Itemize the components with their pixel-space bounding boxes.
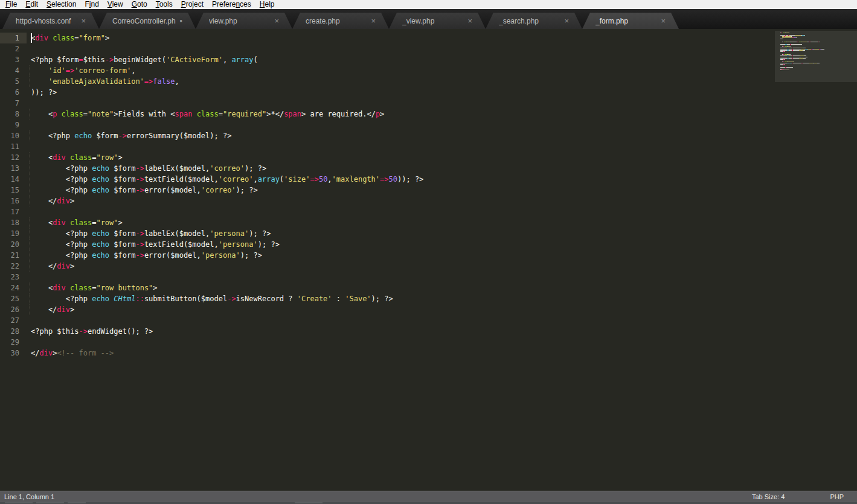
line-content: <?php echo $form->labelEx($model,'correo…	[27, 163, 857, 174]
line-number: 11	[0, 141, 27, 152]
tab-title: create.php	[306, 17, 367, 25]
code-line[interactable]: 17	[0, 206, 857, 217]
code-line[interactable]: 2	[0, 43, 857, 54]
menu-bar: FileEditSelectionFindViewGotoToolsProjec…	[0, 0, 857, 9]
menu-item-edit[interactable]: Edit	[21, 0, 42, 9]
tab-view.php[interactable]: view.php×	[196, 13, 292, 29]
tab-close-icon[interactable]: ×	[661, 17, 666, 25]
line-content: </div><!-- form -->	[27, 348, 857, 359]
line-content: </div>	[27, 196, 857, 206]
line-content: <?php echo $form->error($model,'persona'…	[27, 250, 857, 261]
code-line[interactable]: 22 </div>	[0, 261, 857, 272]
code-editor[interactable]: 1<div class="form">23<?php $form=$this->…	[0, 29, 857, 491]
line-number: 19	[0, 228, 27, 239]
line-content	[27, 206, 857, 217]
code-line[interactable]: 14 <?php echo $form->textField($model,'c…	[0, 174, 857, 185]
line-number: 14	[0, 174, 27, 185]
code-line[interactable]: 1<div class="form">	[0, 33, 857, 43]
code-line[interactable]: 8 <p class="note">Fields with <span clas…	[0, 109, 857, 120]
code-line[interactable]: 9	[0, 120, 857, 130]
code-line[interactable]: 30</div><!-- form -->	[0, 348, 857, 359]
menu-item-tools[interactable]: Tools	[152, 0, 177, 9]
line-content: <?php $form=$this->beginWidget('CActiveF…	[27, 54, 857, 65]
line-content: <?php echo $form->error($model,'correo')…	[27, 185, 857, 196]
minimap[interactable]	[775, 29, 857, 491]
menu-item-preferences[interactable]: Preferences	[208, 0, 255, 9]
code-line[interactable]: 25 <?php echo CHtml::submitButton($model…	[0, 293, 857, 304]
line-content	[27, 43, 857, 54]
tab-close-icon[interactable]: ×	[467, 17, 472, 25]
menu-item-project[interactable]: Project	[177, 0, 208, 9]
tab-httpd-vhosts.conf[interactable]: httpd-vhosts.conf×	[2, 13, 99, 29]
code-line[interactable]: 29	[0, 337, 857, 348]
line-number: 25	[0, 293, 27, 304]
code-line[interactable]: 18 <div class="row">	[0, 217, 857, 228]
code-line[interactable]: 4 'id'=>'correo-form',	[0, 65, 857, 76]
tab-title: _search.php	[499, 17, 560, 25]
code-line[interactable]: 7	[0, 98, 857, 109]
code-lines: 1<div class="form">23<?php $form=$this->…	[0, 33, 857, 359]
code-line[interactable]: 16 </div>	[0, 196, 857, 206]
taskbar-strip	[0, 502, 857, 504]
status-syntax[interactable]: PHP	[830, 493, 844, 500]
tab-bar: httpd-vhosts.conf×CorreoController.php●v…	[0, 9, 857, 29]
line-number: 22	[0, 261, 27, 272]
code-line[interactable]: 11	[0, 141, 857, 152]
code-line[interactable]: 15 <?php echo $form->error($model,'corre…	[0, 185, 857, 196]
code-line[interactable]: 24 <div class="row buttons">	[0, 282, 857, 293]
line-number: 8	[0, 109, 27, 120]
text-cursor	[31, 33, 32, 43]
line-content	[27, 120, 857, 130]
code-line[interactable]: 20 <?php echo $form->textField($model,'p…	[0, 239, 857, 250]
line-content: <div class="form">	[27, 33, 857, 43]
tab-_form.php[interactable]: _form.php×	[582, 13, 679, 29]
code-line[interactable]: 10 <?php echo $form->errorSummary($model…	[0, 130, 857, 141]
code-line[interactable]: 21 <?php echo $form->error($model,'perso…	[0, 250, 857, 261]
line-content	[27, 272, 857, 282]
tab-close-icon[interactable]: ×	[564, 17, 569, 25]
tab-title: view.php	[209, 17, 271, 25]
line-number: 5	[0, 76, 27, 87]
menu-item-view[interactable]: View	[103, 0, 127, 9]
menu-item-goto[interactable]: Goto	[127, 0, 152, 9]
tab-_view.php[interactable]: _view.php×	[389, 13, 486, 29]
line-number: 27	[0, 315, 27, 326]
code-line[interactable]: 27	[0, 315, 857, 326]
line-number: 21	[0, 250, 27, 261]
taskbar-segment	[5, 502, 33, 503]
line-content	[27, 98, 857, 109]
tab-create.php[interactable]: create.php×	[292, 13, 389, 29]
status-tab-size[interactable]: Tab Size: 4	[752, 493, 785, 500]
tab-close-icon[interactable]: ×	[81, 17, 86, 25]
line-number: 30	[0, 348, 27, 359]
code-line[interactable]: 26 </div>	[0, 304, 857, 315]
code-line[interactable]: 19 <?php echo $form->labelEx($model,'per…	[0, 228, 857, 239]
menu-item-file[interactable]: File	[1, 0, 21, 9]
tab-title: _form.php	[595, 17, 657, 25]
code-line[interactable]: 13 <?php echo $form->labelEx($model,'cor…	[0, 163, 857, 174]
menu-item-find[interactable]: Find	[80, 0, 103, 9]
code-line[interactable]: 3<?php $form=$this->beginWidget('CActive…	[0, 54, 857, 65]
line-number: 15	[0, 185, 27, 196]
menu-item-help[interactable]: Help	[255, 0, 279, 9]
line-number: 18	[0, 217, 27, 228]
line-content	[27, 141, 857, 152]
code-line[interactable]: 28<?php $this->endWidget(); ?>	[0, 326, 857, 337]
modified-dot-icon: ●	[179, 18, 182, 24]
line-content: </div>	[27, 261, 857, 272]
line-number: 23	[0, 272, 27, 282]
code-line[interactable]: 23	[0, 272, 857, 282]
tab-close-icon[interactable]: ×	[371, 17, 376, 25]
line-number: 4	[0, 65, 27, 76]
code-line[interactable]: 6)); ?>	[0, 87, 857, 98]
tab-title: CorreoController.php	[112, 17, 176, 25]
code-line[interactable]: 12 <div class="row">	[0, 152, 857, 163]
tab-close-icon[interactable]: ×	[274, 17, 279, 25]
tab-CorreoController.php[interactable]: CorreoController.php●	[99, 13, 196, 29]
menu-item-selection[interactable]: Selection	[42, 0, 80, 9]
line-number: 29	[0, 337, 27, 348]
line-content: )); ?>	[27, 87, 857, 98]
code-line[interactable]: 5 'enableAjaxValidation'=>false,	[0, 76, 857, 87]
line-number: 17	[0, 206, 27, 217]
tab-_search.php[interactable]: _search.php×	[486, 13, 582, 29]
